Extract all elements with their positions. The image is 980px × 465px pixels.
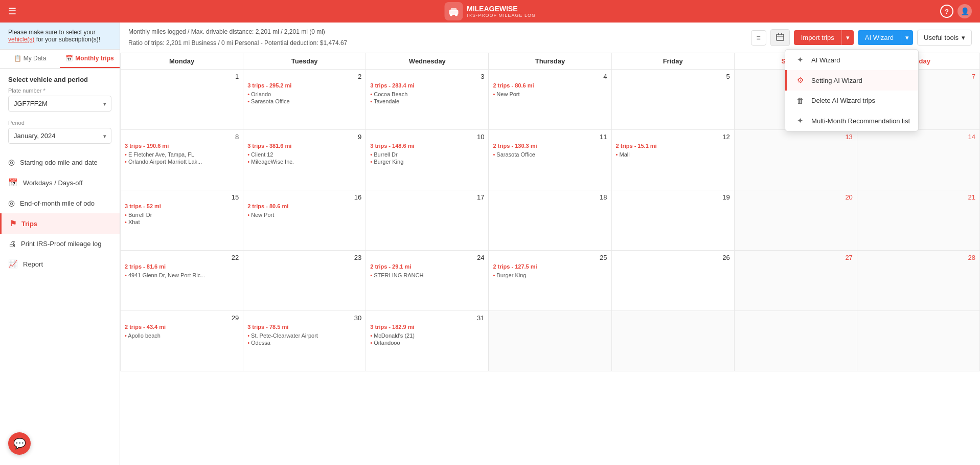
chat-button[interactable]: 💬 [8, 432, 31, 455]
cal-trips-summary: 2 trips - 29.1 mi [370, 263, 484, 270]
dropdown-item-setting-ai-wizard[interactable]: ⚙ Setting AI Wizard [785, 70, 918, 91]
plate-select-wrapper: JGF7FF2M [8, 96, 111, 112]
calendar-view-button[interactable] [770, 29, 790, 46]
sidebar-item-label: Starting odo mile and date [20, 159, 98, 166]
cal-cell-21[interactable]: 21 [857, 190, 980, 251]
plate-select[interactable]: JGF7FF2M [8, 96, 111, 112]
sidebar-item-label: Trips [21, 220, 37, 228]
list-item: 4941 Glenn Dr, New Port Ric... [125, 272, 239, 279]
dropdown-item-delete-ai-wizard[interactable]: 🗑 Delete AI Wizard trips [785, 91, 918, 110]
cal-cell-15[interactable]: 15 3 trips - 52 mi Burrell Dr Xhat [121, 190, 243, 251]
sidebar-item-label: Print IRS-Proof mileage log [21, 240, 102, 248]
cal-cell-11[interactable]: 11 2 trips - 130.3 mi Sarasota Office [489, 130, 611, 190]
cal-header-wednesday: Wednesday [366, 53, 489, 70]
cal-cell-22[interactable]: 22 2 trips - 81.6 mi 4941 Glenn Dr, New … [121, 251, 243, 311]
sidebar-item-workdays[interactable]: 📅 Workdays / Days-off [0, 172, 120, 193]
cal-date: 9 [247, 133, 361, 141]
cal-cell-4[interactable]: 4 2 trips - 80.6 mi New Port [489, 70, 611, 130]
dropdown-item-label: Delete AI Wizard trips [811, 97, 875, 104]
import-trips-arrow[interactable]: ▾ [841, 30, 854, 45]
cal-cell-5[interactable]: 5 [612, 70, 735, 130]
list-view-button[interactable]: ≡ [751, 30, 766, 46]
cal-cell-9[interactable]: 9 3 trips - 381.6 mi Client 12 MileageWi… [243, 130, 366, 190]
cal-trips-summary: 2 trips - 130.3 mi [493, 143, 607, 149]
sidebar-item-label: Workdays / Days-off [23, 179, 83, 187]
logo-text-block: MILEAGEWISE IRS-PROOF MILEAGE LOG [467, 5, 536, 18]
tab-monthly-trips[interactable]: 📅 Monthly trips [60, 50, 120, 68]
cal-cell-2[interactable]: 2 3 trips - 295.2 mi Orlando Sarasota Of… [243, 70, 366, 130]
sidebar-item-print[interactable]: 🖨 Print IRS-Proof mileage log [0, 234, 120, 254]
cal-trips-summary: 3 trips - 52 mi [125, 203, 239, 209]
sidebar-tabs: 📋 My Data 📅 Monthly trips [0, 50, 120, 69]
user-button[interactable]: 👤 [958, 4, 972, 18]
cal-cell-empty-2 [612, 311, 735, 371]
cal-cell-16[interactable]: 16 2 trips - 80.6 mi New Port [243, 190, 366, 251]
dropdown-item-ai-wizard[interactable]: ✦ AI Wizard [785, 50, 918, 70]
cal-header-thursday: Thursday [489, 53, 611, 70]
cal-date: 22 [125, 254, 239, 261]
cal-cell-20[interactable]: 20 [735, 190, 857, 251]
ai-wizard-button[interactable]: AI Wizard [858, 30, 901, 45]
cal-cell-26[interactable]: 26 [612, 251, 735, 311]
cal-trips-summary: 2 trips - 81.6 mi [125, 263, 239, 270]
cal-date: 3 [370, 73, 484, 80]
cal-cell-3[interactable]: 3 3 trips - 283.4 mi Cocoa Beach Tavenda… [366, 70, 489, 130]
report-icon: 📈 [8, 259, 18, 269]
cal-cell-23[interactable]: 23 [243, 251, 366, 311]
header-left: ☰ [8, 6, 16, 17]
cal-trips-summary: 3 trips - 182.9 mi [370, 324, 484, 330]
cal-date: 11 [493, 133, 607, 141]
list-item: MileageWise Inc. [247, 158, 361, 165]
menu-button[interactable]: ☰ [8, 6, 16, 17]
multi-month-icon: ✦ [795, 116, 805, 125]
cal-cell-14[interactable]: 14 [857, 130, 980, 190]
cal-date: 20 [739, 193, 853, 201]
cal-cell-13[interactable]: 13 [735, 130, 857, 190]
period-select[interactable]: January, 2024 [8, 128, 111, 144]
sidebar-item-end-odo[interactable]: ◎ End-of-month mile of odo [0, 193, 120, 213]
cal-date: 27 [739, 254, 853, 261]
plate-label: Plate number * [8, 87, 111, 94]
import-trips-button[interactable]: Import trips [794, 30, 841, 45]
cal-cell-12[interactable]: 12 2 trips - 15.1 mi Mall [612, 130, 735, 190]
list-item: Orlando Airport Marriott Lak... [125, 158, 239, 165]
cal-cell-31[interactable]: 31 3 trips - 182.9 mi McDonald's (21) Or… [366, 311, 489, 371]
cal-trips-summary: 3 trips - 190.6 mi [125, 143, 239, 149]
tab-my-data[interactable]: 📋 My Data [0, 50, 60, 68]
cal-date: 21 [861, 193, 975, 201]
list-item: Burger King [370, 158, 484, 165]
period-select-wrapper: January, 2024 [8, 128, 111, 144]
cal-date: 24 [370, 254, 484, 261]
cal-cell-18[interactable]: 18 [489, 190, 611, 251]
period-label: Period [8, 120, 111, 126]
sidebar-item-starting-odo[interactable]: ◎ Starting odo mile and date [0, 152, 120, 172]
dropdown-item-label: Setting AI Wizard [811, 77, 862, 84]
list-item: Burrell Dr [370, 151, 484, 158]
list-item: E Fletcher Ave, Tampa, FL [125, 151, 239, 158]
print-icon: 🖨 [8, 239, 16, 248]
sidebar-item-trips[interactable]: ⚑ Trips [0, 213, 120, 234]
cal-cell-1[interactable]: 1 [121, 70, 243, 130]
cal-cell-28[interactable]: 28 [857, 251, 980, 311]
cal-cell-19[interactable]: 19 [612, 190, 735, 251]
cal-date: 1 [125, 73, 239, 80]
ai-wizard-arrow[interactable]: ▾ [901, 30, 913, 45]
cal-cell-10[interactable]: 10 3 trips - 148.6 mi Burrell Dr Burger … [366, 130, 489, 190]
cal-cell-27[interactable]: 27 [735, 251, 857, 311]
list-item: Orlandooo [370, 339, 484, 346]
cal-cell-8[interactable]: 8 3 trips - 190.6 mi E Fletcher Ave, Tam… [121, 130, 243, 190]
ratio-info: Ratio of trips: 2,201 mi Business / 0 mi… [128, 38, 347, 49]
help-button[interactable]: ? [940, 5, 953, 18]
sidebar-item-report[interactable]: 📈 Report [0, 254, 120, 274]
cal-cell-24[interactable]: 24 2 trips - 29.1 mi STERLING RANCH [366, 251, 489, 311]
list-item: Client 12 [247, 151, 361, 158]
useful-tools-button[interactable]: Useful tools ▾ [917, 30, 972, 46]
cal-trips-summary: 3 trips - 381.6 mi [247, 143, 361, 149]
cal-trips-summary: 3 trips - 78.5 mi [247, 324, 361, 330]
cal-cell-29[interactable]: 29 2 trips - 43.4 mi Apollo beach [121, 311, 243, 371]
cal-cell-30[interactable]: 30 3 trips - 78.5 mi St. Pete-Clearwater… [243, 311, 366, 371]
cal-cell-17[interactable]: 17 [366, 190, 489, 251]
vehicle-link[interactable]: vehicle(s) [8, 36, 34, 43]
dropdown-item-multi-month[interactable]: ✦ Multi-Month Recommendation list [785, 110, 918, 131]
cal-cell-25[interactable]: 25 2 trips - 127.5 mi Burger King [489, 251, 611, 311]
